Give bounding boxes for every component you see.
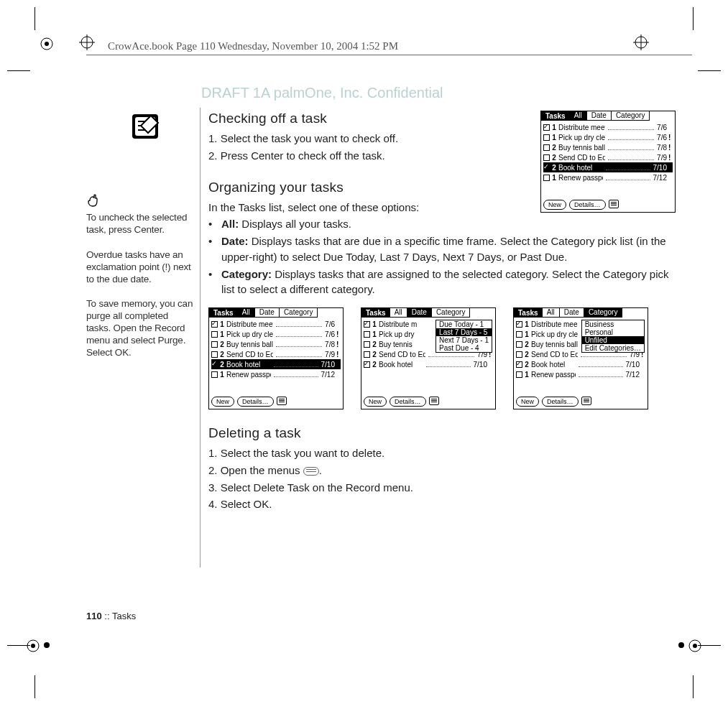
- task-priority: 2: [372, 351, 377, 358]
- task-row[interactable]: 1Pick up dry cleaning7/6!: [543, 132, 673, 142]
- task-priority: 1: [524, 371, 530, 379]
- overdue-icon: !: [336, 351, 341, 358]
- task-priority: 1: [524, 330, 530, 338]
- tab-date[interactable]: Date: [586, 111, 612, 121]
- task-list: 1Distribute meeting notes7/61Pick up dry…: [541, 121, 675, 198]
- new-button[interactable]: New: [211, 397, 234, 407]
- task-checkbox[interactable]: [516, 331, 522, 338]
- task-row[interactable]: 1Distribute meeting notes7/6: [211, 319, 341, 329]
- tab-date[interactable]: Date: [407, 308, 432, 318]
- task-checkbox[interactable]: [516, 321, 522, 328]
- task-date: 7/12: [321, 371, 335, 379]
- task-checkbox[interactable]: [543, 175, 550, 181]
- task-row[interactable]: 2Book hotel7/10: [543, 162, 673, 172]
- task-priority: 1: [551, 174, 557, 182]
- tab-date[interactable]: Date: [254, 308, 280, 318]
- dotted-leader: [608, 134, 655, 140]
- task-checkbox[interactable]: [364, 331, 370, 338]
- dropdown-item[interactable]: Past Due - 4: [436, 344, 492, 352]
- task-checkbox[interactable]: [211, 331, 218, 338]
- task-text: Pick up dry cleaning: [558, 134, 605, 142]
- dotted-leader: [274, 361, 318, 367]
- step-text: 1. Select the task you want to check off…: [208, 131, 496, 147]
- dropdown-item[interactable]: Due Today - 1: [436, 320, 492, 328]
- tab-all[interactable]: All: [542, 308, 560, 318]
- overdue-icon: !: [336, 341, 341, 348]
- tab-category[interactable]: Category: [611, 111, 650, 121]
- note-icon[interactable]: [581, 397, 591, 405]
- step-text: 2. Open the menus .: [208, 463, 683, 478]
- tab-all[interactable]: All: [569, 111, 587, 121]
- task-checkbox[interactable]: [211, 371, 218, 378]
- details-button[interactable]: Details…: [237, 397, 274, 407]
- note-icon[interactable]: [277, 397, 287, 405]
- app-title: Tasks: [361, 308, 390, 318]
- new-button[interactable]: New: [543, 200, 566, 210]
- tasks-app-screenshot-date: Tasks All Date Category 1Distribute m1Pi…: [361, 307, 496, 409]
- task-checkbox[interactable]: [543, 165, 550, 171]
- dropdown-item[interactable]: Business: [582, 320, 644, 328]
- task-checkbox[interactable]: [516, 341, 522, 348]
- task-text: Renew passport: [558, 174, 603, 182]
- task-checkbox[interactable]: [543, 144, 550, 151]
- details-button[interactable]: Details…: [390, 397, 426, 407]
- task-priority: 1: [372, 320, 377, 328]
- dotted-leader: [606, 165, 650, 170]
- task-checkbox[interactable]: [364, 361, 370, 368]
- task-checkbox[interactable]: [364, 351, 370, 358]
- task-checkbox[interactable]: [211, 351, 218, 358]
- new-button[interactable]: New: [516, 397, 539, 407]
- dropdown-item[interactable]: Edit Categories…: [582, 344, 644, 352]
- dropdown-item[interactable]: Personal: [582, 328, 644, 336]
- tab-category[interactable]: Category: [431, 308, 471, 318]
- section-heading: Deleting a task: [208, 425, 683, 441]
- task-priority: 2: [219, 361, 225, 369]
- dropdown-item[interactable]: Next 7 Days - 1: [436, 336, 492, 344]
- new-button[interactable]: New: [364, 397, 387, 407]
- date-filter-dropdown[interactable]: Due Today - 1Last 7 Days - 5Next 7 Days …: [436, 320, 492, 353]
- task-row[interactable]: 1Renew passport7/12: [516, 369, 645, 379]
- task-checkbox[interactable]: [516, 361, 522, 368]
- task-row[interactable]: 1Renew passport7/12: [211, 369, 341, 379]
- details-button[interactable]: Details…: [542, 397, 579, 407]
- tab-all[interactable]: All: [390, 308, 407, 318]
- task-checkbox[interactable]: [211, 321, 218, 328]
- task-checkbox[interactable]: [516, 351, 522, 358]
- task-row[interactable]: 2Send CD to Eddy7/9!: [211, 349, 341, 359]
- task-priority: 1: [219, 320, 225, 328]
- svg-point-9: [31, 644, 35, 648]
- task-checkbox[interactable]: [543, 134, 550, 141]
- task-checkbox[interactable]: [364, 341, 370, 348]
- task-list: 1Distribute meeting notes7/61Pick up dry…: [209, 318, 343, 395]
- tab-all[interactable]: All: [237, 308, 255, 318]
- task-priority: 1: [551, 124, 557, 131]
- task-date: 7/10: [653, 164, 667, 172]
- task-row[interactable]: 1Distribute meeting notes7/6: [543, 122, 673, 132]
- category-filter-dropdown[interactable]: BusinessPersonalUnfiledEdit Categories…: [581, 320, 645, 353]
- dropdown-item[interactable]: Unfiled: [582, 336, 644, 344]
- task-row[interactable]: 1Renew passport7/12: [543, 172, 673, 182]
- note-icon[interactable]: [609, 200, 619, 208]
- task-checkbox[interactable]: [211, 361, 218, 368]
- task-row[interactable]: 2Buy tennis balls7/8!: [211, 339, 341, 349]
- task-row[interactable]: 2Buy tennis balls7/8!: [543, 142, 673, 152]
- note-icon[interactable]: [429, 397, 439, 405]
- task-row[interactable]: 2Book hotel7/10: [516, 359, 645, 369]
- dotted-leader: [426, 361, 471, 367]
- task-row[interactable]: 2Book hotel7/10: [211, 359, 341, 369]
- task-checkbox[interactable]: [516, 371, 522, 378]
- task-checkbox[interactable]: [364, 321, 370, 328]
- details-button[interactable]: Details…: [569, 200, 606, 210]
- task-checkbox[interactable]: [543, 124, 550, 131]
- task-row[interactable]: 1Pick up dry cleaning7/6!: [211, 329, 341, 339]
- tab-date[interactable]: Date: [559, 308, 584, 318]
- step-body: Select the task you want to delete.: [221, 447, 384, 459]
- task-row[interactable]: 2Send CD to Eddy7/9!: [543, 152, 673, 162]
- task-checkbox[interactable]: [211, 341, 218, 348]
- task-date: 7/12: [653, 174, 667, 182]
- tab-category[interactable]: Category: [584, 308, 623, 318]
- dropdown-item[interactable]: Last 7 Days - 5: [436, 328, 492, 336]
- tab-category[interactable]: Category: [279, 308, 318, 318]
- task-checkbox[interactable]: [543, 154, 550, 161]
- task-row[interactable]: 2Book hotel7/10: [364, 359, 493, 369]
